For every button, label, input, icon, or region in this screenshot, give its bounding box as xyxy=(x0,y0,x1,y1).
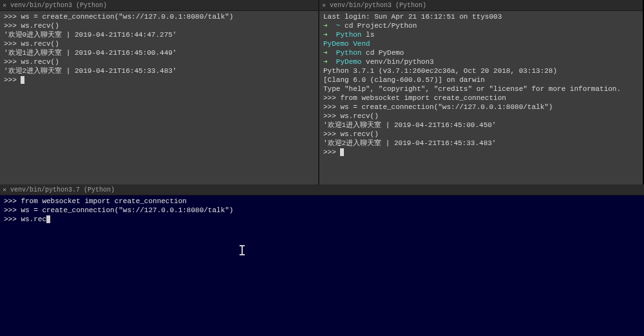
tab-title[interactable]: venv/bin/python3 (Python) xyxy=(10,2,107,9)
terminal-pane-bottom: ✕ venv/bin/python3.7 (Python) >>> from w… xyxy=(0,184,644,336)
terminal-line: >>> ws = create_connection("ws://127.0.0… xyxy=(4,12,314,21)
terminal-body[interactable]: >>> from websocket import create_connect… xyxy=(0,195,644,225)
terminal-line: '欢迎1进入聊天室 | 2019-04-21T16:45:00.450' xyxy=(323,121,639,130)
close-icon[interactable]: ✕ xyxy=(3,186,6,193)
terminal-line: >>> ws = create_connection("ws://127.0.0… xyxy=(4,206,640,215)
tabbar: ✕ venv/bin/python3.7 (Python) xyxy=(0,184,644,195)
terminal-line: '欢迎0进入聊天室 | 2019-04-21T16:44:47.275' xyxy=(4,30,314,39)
terminal-line: Last login: Sun Apr 21 16:12:51 on ttys0… xyxy=(323,12,639,21)
terminal-line: [Clang 6.0 (clang-600.0.57)] on darwin xyxy=(323,75,639,84)
terminal-line: '欢迎2进入聊天室 | 2019-04-21T16:45:33.483' xyxy=(323,139,639,148)
terminal-line: Python 3.7.1 (v3.7.1:260ec2c36a, Oct 20 … xyxy=(323,66,639,75)
terminal-line: >>> ws.recv() xyxy=(4,57,314,66)
terminal-line: >>> from websocket import create_connect… xyxy=(4,197,640,206)
close-icon[interactable]: ✕ xyxy=(3,1,6,9)
terminal-line: >>> xyxy=(323,148,639,157)
tabbar: ✕ venv/bin/python3 (Python) xyxy=(0,0,318,11)
cursor xyxy=(340,148,344,156)
terminal-line: >>> ws.recv() xyxy=(323,130,639,139)
terminal-line: PyDemo Vend xyxy=(323,39,639,48)
terminal-line: >>> ws.rec xyxy=(4,215,640,224)
terminal-line: Type "help", "copyright", "credits" or "… xyxy=(323,84,639,94)
close-icon[interactable]: ✕ xyxy=(322,1,326,9)
terminal-pane-top-right: ✕ venv/bin/python3 (Python) Last login: … xyxy=(319,0,643,184)
terminal-line: >>> from websocket import create_connect… xyxy=(323,94,639,103)
terminal-pane-top-left: ✕ venv/bin/python3 (Python) >>> ws = cre… xyxy=(0,0,319,184)
cursor xyxy=(46,215,50,223)
terminal-line: >>> ws.recv() xyxy=(4,39,314,48)
terminal-line: >>> ws.recv() xyxy=(323,112,639,121)
terminal-line: '欢迎1进入聊天室 | 2019-04-21T16:45:00.449' xyxy=(4,48,314,57)
terminal-line: ➜ PyDemo venv/bin/python3 xyxy=(323,57,639,66)
terminal-line: >>> ws = create_connection("ws://127.0.0… xyxy=(323,103,639,112)
terminal-line: ➜ ~ cd Project/Python xyxy=(323,21,639,30)
terminal-line: ➜ Python ls xyxy=(323,30,639,39)
cursor xyxy=(21,76,24,84)
terminal-line: >>> ws.recv() xyxy=(4,21,314,30)
terminal-body[interactable]: Last login: Sun Apr 21 16:12:51 on ttys0… xyxy=(319,11,643,158)
tab-title[interactable]: venv/bin/python3 (Python) xyxy=(330,2,426,9)
terminal-line: >>> xyxy=(4,75,314,84)
terminal-line: ➜ Python cd PyDemo xyxy=(323,48,639,57)
terminal-line: '欢迎2进入聊天室 | 2019-04-21T16:45:33.483' xyxy=(4,66,314,75)
tab-title[interactable]: venv/bin/python3.7 (Python) xyxy=(10,186,115,193)
terminal-body[interactable]: >>> ws = create_connection("ws://127.0.0… xyxy=(0,11,318,86)
tabbar: ✕ venv/bin/python3 (Python) xyxy=(319,0,643,11)
